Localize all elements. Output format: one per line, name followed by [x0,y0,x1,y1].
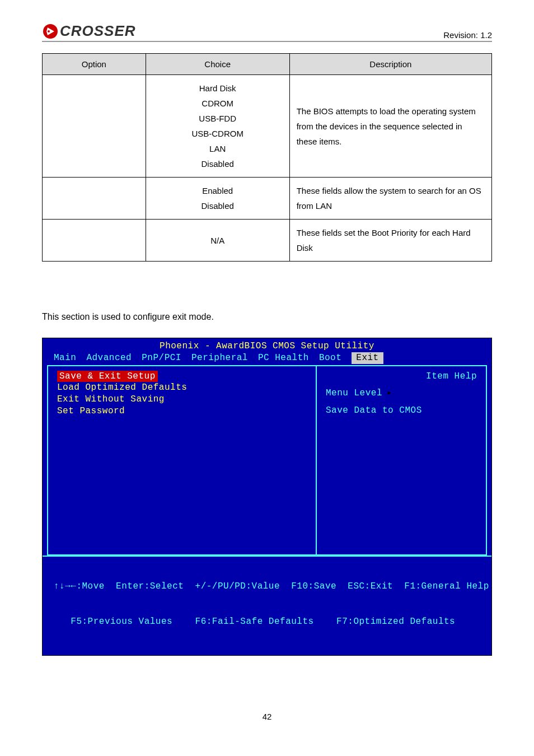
page-number: 42 [42,712,492,721]
menu-pc-health[interactable]: PC Health [258,352,309,364]
description-cell: The BIOS attempts to load the operating … [289,75,491,178]
choice-cell: Enabled Disabled [146,178,289,220]
menu-level: Menu Level▸ [326,388,477,399]
choice-cell: N/A [146,220,289,262]
menu-pnp-pci[interactable]: PnP/PCI [142,352,181,364]
footer-line-2: F5:Previous Values F6:Fail-Safe Defaults… [54,616,480,628]
section-text: This section is used to configure exit m… [42,312,492,322]
menu-exit[interactable]: Exit [352,352,383,364]
menu-boot[interactable]: Boot [319,352,341,364]
option-cell [43,220,146,262]
bios-title: Phoenix - AwardBIOS CMOS Setup Utility [43,338,491,352]
choice-cell: Hard Disk CDROM USB-FDD USB-CDROM LAN Di… [146,75,289,178]
menu-peripheral[interactable]: Peripheral [191,352,248,364]
exit-item-exit-no-save[interactable]: Exit Without Saving [57,394,307,405]
table-row: Hard Disk CDROM USB-FDD USB-CDROM LAN Di… [43,75,492,178]
footer-line-1: ↑↓→←:Move Enter:Select +/-/PU/PD:Value F… [54,581,480,592]
th-description: Description [289,54,491,75]
exit-item-set-password[interactable]: Set Password [57,405,307,417]
menu-level-label: Menu Level [326,388,382,398]
page-header: CROSSER Revision: 1.2 [42,22,492,42]
description-cell: These fields set the Boot Priority for e… [289,220,491,262]
logo: CROSSER [42,22,136,40]
menu-advanced[interactable]: Advanced [86,352,132,364]
item-help-title: Item Help [326,371,477,382]
description-cell: These fields allow the system to search … [289,178,491,220]
bios-menu: Main Advanced PnP/PCI Peripheral PC Heal… [43,352,491,365]
table-row: Enabled Disabled These fields allow the … [43,178,492,220]
logo-icon [42,23,59,40]
bios-left-pane: Save & Exit Setup Load Optimized Default… [47,365,316,556]
bios-screen: Phoenix - AwardBIOS CMOS Setup Utility M… [42,338,492,656]
exit-item-load-defaults[interactable]: Load Optimized Defaults [57,382,307,394]
exit-item-save-exit[interactable]: Save & Exit Setup [57,371,158,382]
bios-right-pane: Item Help Menu Level▸ Save Data to CMOS [316,365,487,556]
option-cell [43,75,146,178]
bios-main: Save & Exit Setup Load Optimized Default… [43,365,491,556]
arrow-right-icon: ▸ [387,388,392,398]
th-choice: Choice [146,54,289,75]
options-table: Option Choice Description Hard Disk CDRO… [42,53,492,262]
bios-footer: ↑↓→←:Move Enter:Select +/-/PU/PD:Value F… [43,556,491,655]
logo-text: CROSSER [60,22,136,40]
table-row: N/A These fields set the Boot Priority f… [43,220,492,262]
svg-point-1 [48,30,50,32]
th-option: Option [43,54,146,75]
option-cell [43,178,146,220]
revision-text: Revision: 1.2 [443,30,492,40]
menu-main[interactable]: Main [54,352,76,364]
help-text: Save Data to CMOS [326,405,477,417]
